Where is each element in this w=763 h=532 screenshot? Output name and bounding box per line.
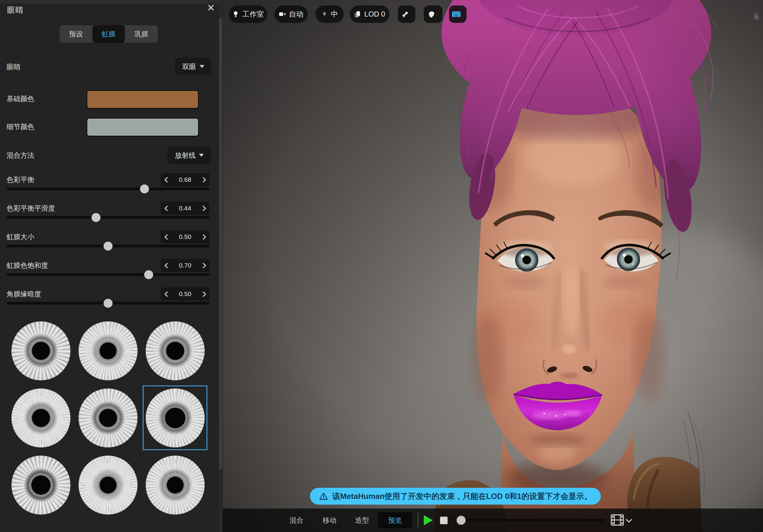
slider-thumb[interactable] (140, 184, 149, 193)
chevron-down-icon (626, 516, 632, 522)
decrement-chevron-icon[interactable] (161, 287, 173, 301)
iris-preset[interactable] (8, 318, 73, 383)
slider-track[interactable] (7, 273, 209, 276)
iris-preset[interactable] (8, 453, 73, 517)
bone-icon (401, 11, 409, 18)
base-color-swatch[interactable] (87, 90, 199, 109)
slider-color-balance-smoothness: 色彩平衡平滑度 0.44 (0, 202, 223, 223)
timeline-track[interactable] (461, 519, 605, 522)
eye-select-label: 眼睛 (7, 62, 21, 72)
skeleton-toggle-button[interactable] (398, 5, 415, 23)
slider-thumb[interactable] (104, 242, 113, 251)
slider-value[interactable]: 0.70 (173, 259, 197, 272)
increment-chevron-icon[interactable] (197, 202, 209, 215)
iris-texture (78, 388, 138, 448)
slider-track[interactable] (7, 302, 209, 304)
decrement-chevron-icon[interactable] (161, 259, 173, 272)
blend-method-dropdown[interactable]: 放射线 (167, 146, 211, 164)
iris-preset[interactable] (75, 318, 140, 383)
lod-warning-toast: 该MetaHuman使用了开发中的发束，只能在LOD 0和1的设置下才会显示。 (310, 488, 601, 505)
studio-lighting-button[interactable]: 工作室 (229, 5, 267, 23)
panel-top-strip (0, 0, 223, 4)
lod-button[interactable]: LOD 0 (350, 5, 389, 23)
iris-texture (146, 456, 205, 514)
toast-text: 该MetaHuman使用了开发中的发束，只能在LOD 0和1的设置下才会显示。 (332, 491, 592, 502)
tab-preview[interactable]: 预览 (378, 512, 412, 528)
slider-thumb[interactable] (104, 299, 113, 308)
iris-texture (11, 321, 70, 380)
toolbar-label: 工作室 (242, 9, 264, 19)
auto-camera-button[interactable]: 自动 (274, 5, 308, 23)
tab-move[interactable]: 移动 (318, 508, 342, 532)
eye-settings-panel: 眼睛 ✕ 预设 虹膜 巩膜 眼睛 双眼 基础颜色 细节颜色 混合方法 放射线 色… (0, 0, 223, 532)
slider-thumb[interactable] (91, 213, 101, 222)
slider-label: 角膜缘暗度 (7, 289, 41, 299)
metahuman-editor-window: 眼睛 ✕ 预设 虹膜 巩膜 眼睛 双眼 基础颜色 细节颜色 混合方法 放射线 色… (0, 0, 763, 532)
lightbulb-icon (232, 11, 239, 18)
slider-track[interactable] (7, 245, 209, 247)
iris-preset[interactable] (75, 453, 140, 517)
timeline-thumb[interactable] (457, 516, 466, 525)
slider-track[interactable] (7, 187, 209, 190)
tab-blend[interactable]: 混合 (284, 508, 308, 532)
viewport-3d[interactable]: 工作室 自动 中 LOD 0 (223, 0, 763, 532)
eye-select-value: 双眼 (182, 62, 196, 71)
iris-preset[interactable] (8, 385, 73, 450)
detail-color-swatch[interactable] (87, 118, 199, 136)
iris-preset[interactable] (75, 385, 140, 450)
iris-preset-grid (8, 318, 207, 517)
panel-scrollbar[interactable] (219, 0, 222, 532)
increment-chevron-icon[interactable] (197, 173, 209, 186)
stop-button[interactable] (440, 517, 448, 524)
character-render[interactable] (223, 0, 763, 532)
eye-select-dropdown[interactable]: 双眼 (175, 58, 211, 75)
slider-label: 色彩平衡 (7, 175, 34, 184)
film-icon (610, 514, 624, 526)
increment-chevron-icon[interactable] (197, 259, 209, 272)
slider-value[interactable]: 0.44 (173, 202, 197, 215)
slider-limbal-darkness: 角膜缘暗度 0.50 (0, 287, 223, 308)
tab-sclera[interactable]: 巩膜 (125, 25, 158, 43)
play-button[interactable] (424, 515, 433, 525)
value-stepper: 0.50 (161, 230, 209, 244)
tab-presets[interactable]: 预设 (59, 25, 92, 43)
head-preview-button[interactable] (424, 5, 442, 23)
blend-method-value: 放射线 (175, 151, 196, 160)
slider-value[interactable]: 0.68 (173, 173, 197, 186)
slider-track[interactable] (7, 216, 209, 219)
iris-preset[interactable] (143, 318, 207, 383)
slider-thumb[interactable] (144, 270, 153, 279)
value-stepper: 0.50 (161, 287, 209, 301)
blend-method-label: 混合方法 (7, 151, 34, 160)
increment-chevron-icon[interactable] (197, 287, 209, 301)
value-stepper: 0.68 (161, 173, 209, 186)
increment-chevron-icon[interactable] (197, 230, 209, 244)
gem-icon (321, 11, 328, 18)
toolbar-label: 中 (331, 9, 338, 19)
tab-iris[interactable]: 虹膜 (92, 25, 125, 43)
iris-preset[interactable] (143, 453, 207, 517)
animation-menu-button[interactable] (610, 514, 631, 526)
slider-label: 虹膜色饱和度 (7, 261, 48, 270)
slider-label: 虹膜大小 (7, 232, 34, 242)
slider-value[interactable]: 0.50 (173, 230, 197, 244)
chevron-down-icon (199, 65, 204, 68)
keyboard-icon (452, 11, 461, 18)
head-icon (428, 10, 436, 18)
slider-color-balance: 色彩平衡 0.68 (0, 173, 223, 194)
iris-preset-selected[interactable] (143, 385, 207, 450)
slider-label: 色彩平衡平滑度 (7, 204, 55, 213)
keyboard-shortcuts-button[interactable] (449, 5, 467, 23)
decrement-chevron-icon[interactable] (161, 202, 173, 215)
decrement-chevron-icon[interactable] (161, 230, 173, 244)
lod-layers-icon (354, 11, 361, 18)
close-icon[interactable]: ✕ (207, 3, 215, 13)
tab-sculpt[interactable]: 造型 (350, 508, 374, 532)
iris-texture (146, 388, 205, 448)
slider-iris-size: 虹膜大小 0.50 (0, 230, 223, 251)
toolbar-label: LOD 0 (364, 10, 385, 18)
quality-medium-button[interactable]: 中 (315, 5, 344, 23)
decrement-chevron-icon[interactable] (161, 173, 173, 186)
value-stepper: 0.44 (161, 202, 209, 215)
slider-value[interactable]: 0.50 (173, 287, 197, 301)
